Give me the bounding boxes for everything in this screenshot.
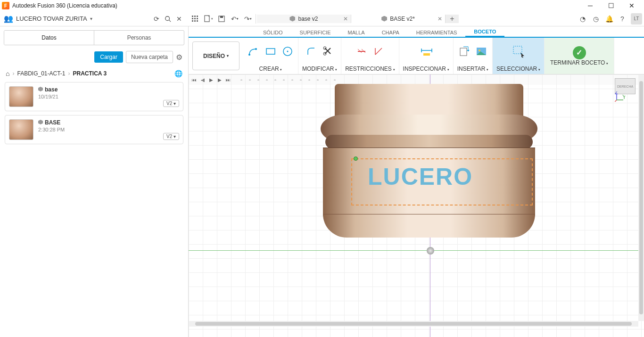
- tab-solid[interactable]: SÓLIDO: [255, 28, 291, 37]
- svg-rect-27: [423, 53, 430, 56]
- extensions-button[interactable]: ◔: [576, 12, 589, 25]
- home-icon[interactable]: ⌂: [6, 70, 9, 77]
- tab-sheet[interactable]: CHAPA: [373, 28, 408, 37]
- minimize-button[interactable]: ─: [580, 0, 601, 11]
- origin-marker[interactable]: [427, 247, 434, 255]
- user-name[interactable]: LUCERO TOVAR ZURITA: [16, 15, 87, 22]
- finish-sketch-button[interactable]: ✓ TERMINAR BOCETO ▾: [545, 38, 614, 74]
- measure-tool-icon[interactable]: [420, 45, 433, 58]
- file-menu-button[interactable]: ▾: [202, 12, 215, 25]
- file-thumbnail: [9, 119, 33, 140]
- file-date: 10/19/21: [38, 94, 58, 99]
- data-panel-header: 👥 LUCERO TOVAR ZURITA ▾ ⟳ ✕: [0, 11, 189, 26]
- fillet-tool-icon[interactable]: [305, 45, 318, 58]
- quick-access-toolbar: ▾ ↶▾ ↷▾ base v2 ✕ BASE v2* ✕ +: [189, 11, 574, 26]
- right-cluster: ◔ ◷ 🔔 ? LT: [574, 11, 644, 26]
- ribbon-group-create: CREAR ▾: [243, 38, 298, 74]
- coincident-constraint-icon[interactable]: [372, 45, 385, 58]
- vertical-scrollbar[interactable]: [638, 74, 644, 321]
- svg-point-18: [287, 51, 289, 52]
- new-tab-button[interactable]: +: [446, 15, 459, 23]
- maximize-button[interactable]: ☐: [601, 0, 621, 11]
- tab-label: base v2: [298, 16, 318, 22]
- ribbon-toolbar: DISEÑO▾ CREAR ▾ MODIFICAR ▾: [189, 37, 644, 74]
- document-tabs: base v2 ✕ BASE v2* ✕ +: [257, 15, 574, 23]
- top-bar: 👥 LUCERO TOVAR ZURITA ▾ ⟳ ✕ ▾ ↶▾ ↷▾ base…: [0, 11, 644, 26]
- line-tool-icon[interactable]: [247, 45, 260, 58]
- component-icon: [381, 16, 387, 22]
- tab-sketch[interactable]: BOCETO: [465, 27, 504, 37]
- breadcrumb-item[interactable]: FABDIG_01-ACT-1: [17, 70, 65, 77]
- close-panel-button[interactable]: ✕: [173, 13, 185, 25]
- svg-point-30: [479, 49, 480, 51]
- settings-gear-icon[interactable]: ⚙: [176, 53, 182, 62]
- grid-apps-button[interactable]: [189, 12, 202, 25]
- svg-text:Z: Z: [615, 91, 618, 96]
- close-window-button[interactable]: ✕: [621, 0, 642, 11]
- tab-label: BASE v2*: [390, 16, 415, 22]
- undo-button[interactable]: ↶▾: [228, 12, 241, 25]
- group-label[interactable]: CREAR ▾: [259, 66, 282, 72]
- document-tab-base2[interactable]: BASE v2* ✕: [351, 15, 446, 23]
- svg-rect-7: [197, 18, 198, 19]
- component-icon: [289, 16, 295, 22]
- job-status-button[interactable]: ◷: [589, 12, 603, 25]
- component-icon: [38, 120, 43, 124]
- horizontal-scrollbar[interactable]: [189, 321, 638, 327]
- file-card[interactable]: BASE 2:30:28 PM V2 ▾: [5, 115, 183, 144]
- model-render: [316, 74, 542, 239]
- insert-image-icon[interactable]: [475, 45, 488, 58]
- tab-mesh[interactable]: MALLA: [339, 28, 373, 37]
- chevron-down-icon[interactable]: ▾: [90, 16, 92, 21]
- group-label[interactable]: RESTRICCIONES ▾: [345, 66, 395, 72]
- view-cube[interactable]: DERECHA ZY: [615, 78, 638, 102]
- file-date: 2:30:28 PM: [38, 127, 65, 132]
- document-tab-base[interactable]: base v2 ✕: [257, 15, 351, 23]
- horizontal-constraint-icon[interactable]: [355, 45, 368, 58]
- svg-line-1: [169, 20, 171, 22]
- refresh-button[interactable]: ⟳: [151, 13, 162, 25]
- version-dropdown[interactable]: V2 ▾: [163, 133, 179, 140]
- insert-derive-icon[interactable]: [458, 45, 471, 58]
- svg-point-0: [165, 16, 170, 20]
- svg-line-34: [615, 100, 617, 102]
- file-card[interactable]: base 10/19/21 V2 ▾: [5, 82, 183, 111]
- select-tool-icon[interactable]: [512, 45, 525, 58]
- globe-icon[interactable]: 🌐: [174, 70, 182, 77]
- svg-rect-13: [220, 16, 223, 18]
- group-label[interactable]: MODIFICAR ▾: [302, 66, 337, 72]
- trim-tool-icon[interactable]: [322, 45, 335, 58]
- user-avatar[interactable]: LT: [631, 13, 642, 25]
- check-icon: ✓: [573, 46, 586, 59]
- group-label: TERMINAR BOCETO ▾: [550, 59, 608, 66]
- group-label[interactable]: SELECCIONAR ▾: [496, 66, 540, 72]
- redo-button[interactable]: ↷▾: [241, 12, 255, 25]
- group-label[interactable]: INSPECCIONAR ▾: [403, 66, 449, 72]
- upload-button[interactable]: Cargar: [94, 51, 123, 63]
- tab-surface[interactable]: SUPERFICIE: [291, 28, 339, 37]
- rectangle-tool-icon[interactable]: [264, 45, 277, 58]
- viewport[interactable]: LUCERO DERECHA ZY ⏮ ◀ ▶ ▶ ⏭ ▫ ▫ ▫ ▫: [189, 74, 644, 337]
- tab-personas[interactable]: Personas: [94, 31, 184, 45]
- close-tab-icon[interactable]: ✕: [438, 16, 442, 22]
- tab-datos[interactable]: Datos: [4, 31, 94, 45]
- file-name: base: [38, 86, 58, 93]
- tab-tools[interactable]: HERRAMIENTAS: [408, 28, 466, 37]
- group-label[interactable]: INSERTAR ▾: [457, 66, 488, 72]
- canvas-area: SÓLIDO SUPERFICIE MALLA CHAPA HERRAMIENT…: [189, 26, 644, 337]
- notifications-button[interactable]: 🔔: [603, 12, 616, 25]
- save-button[interactable]: [215, 12, 228, 25]
- svg-rect-9: [194, 20, 196, 22]
- x-axis-line: [189, 250, 644, 251]
- svg-text:Y: Y: [622, 94, 625, 100]
- new-folder-button[interactable]: Nueva carpeta: [126, 51, 173, 63]
- help-button[interactable]: ?: [616, 12, 629, 25]
- data-panel-actions: Cargar Nueva carpeta ⚙: [0, 49, 188, 67]
- sketch-endpoint[interactable]: [354, 156, 358, 161]
- version-dropdown[interactable]: V2 ▾: [163, 100, 179, 107]
- circle-tool-icon[interactable]: [281, 45, 294, 58]
- close-tab-icon[interactable]: ✕: [343, 16, 348, 22]
- workspace-switcher[interactable]: DISEÑO▾: [192, 41, 239, 70]
- search-button[interactable]: [162, 13, 173, 25]
- ribbon-group-select: SELECCIONAR ▾: [493, 38, 545, 74]
